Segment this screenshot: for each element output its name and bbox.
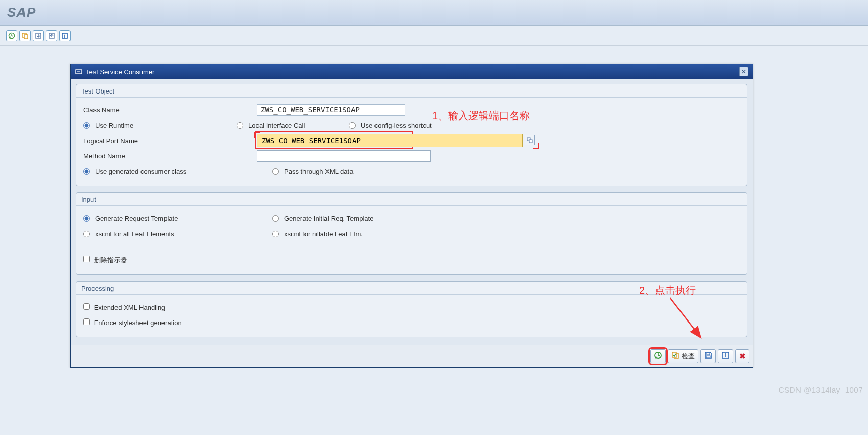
svg-rect-9 (529, 140, 532, 143)
logical-port-input[interactable] (257, 134, 523, 147)
copy-icon[interactable] (19, 30, 31, 41)
execute-icon (654, 351, 662, 361)
chk-delete-indicator[interactable]: 删除指示器 (83, 256, 127, 265)
radio-gen-init[interactable]: Generate Initial Req. Template (272, 215, 446, 222)
radio-use-runtime-input[interactable] (83, 122, 90, 129)
svg-text:i: i (724, 352, 726, 358)
window-icon (75, 67, 83, 76)
sap-logo: SAP (7, 5, 36, 20)
radio-gen-init-label: Generate Initial Req. Template (284, 215, 373, 222)
info-button[interactable]: i (718, 349, 733, 363)
chk-enforce-xslt[interactable]: Enforce stylesheet generation (83, 318, 182, 327)
check-button-label: 检查 (682, 352, 695, 361)
method-name-label: Method Name (83, 152, 257, 160)
radio-configless-label: Use config-less shortcut (361, 122, 432, 129)
radio-nil-all-input[interactable] (83, 231, 90, 237)
class-name-label: Class Name (83, 106, 257, 114)
logical-port-label: Logical Port Name (83, 137, 257, 145)
check-icon (671, 351, 679, 361)
chk-enforce-xslt-label: Enforce stylesheet generation (94, 319, 182, 327)
close-icon: ✖ (739, 352, 746, 361)
chk-ext-xml-label: Extended XML Handling (94, 304, 166, 311)
info-icon[interactable]: i (59, 30, 71, 41)
group-title: Test Object (76, 84, 747, 98)
svg-rect-15 (706, 356, 710, 358)
app-titlebar: SAP (0, 0, 868, 26)
radio-nil-nillable[interactable]: xsi:nil for nillable Leaf Elm. (272, 230, 446, 238)
radio-configless-input[interactable] (349, 122, 356, 129)
radio-nil-nillable-input[interactable] (272, 231, 279, 237)
radio-local-call-input[interactable] (237, 122, 243, 129)
method-name-input[interactable] (257, 150, 431, 162)
chk-delete-indicator-input[interactable] (83, 256, 90, 262)
info-icon: i (721, 351, 730, 361)
radio-local-call[interactable]: Local Interface Call (237, 122, 318, 129)
chk-delete-indicator-label: 删除指示器 (94, 256, 127, 264)
svg-rect-2 (24, 35, 28, 39)
radio-nil-nillable-label: xsi:nil for nillable Leaf Elm. (284, 230, 363, 238)
group-test-object: Test Object Class Name ZWS_CO_WEB_SERVIC… (76, 84, 747, 186)
dialog-titlebar[interactable]: Test Service Consumer ✕ (71, 64, 753, 79)
svg-rect-14 (707, 353, 710, 355)
radio-passthrough-label: Pass through XML data (284, 168, 353, 175)
radio-passthrough-input[interactable] (272, 168, 279, 175)
f4-help-button[interactable] (525, 135, 535, 145)
save-button[interactable] (700, 349, 716, 363)
execute-icon[interactable] (6, 30, 17, 41)
test-service-consumer-dialog: Test Service Consumer ✕ Test Object Clas… (70, 64, 753, 368)
dialog-body: Test Object Class Name ZWS_CO_WEB_SERVIC… (71, 79, 753, 345)
group-processing: Processing Extended XML Handling Enforce… (76, 281, 747, 337)
dialog-footer: 检查 i ✖ (71, 345, 753, 367)
dialog-title: Test Service Consumer (86, 68, 154, 76)
execute-button[interactable] (650, 349, 666, 363)
radio-gen-req-input[interactable] (83, 215, 90, 222)
radio-use-runtime-label: Use Runtime (95, 122, 133, 129)
export-icon[interactable] (46, 30, 57, 41)
import-icon[interactable] (33, 30, 44, 41)
radio-gen-req-label: Generate Request Template (95, 215, 178, 222)
svg-text:i: i (64, 33, 66, 39)
chk-ext-xml[interactable]: Extended XML Handling (83, 303, 165, 311)
radio-passthrough[interactable]: Pass through XML data (272, 168, 446, 175)
radio-gen-init-input[interactable] (272, 215, 279, 222)
main-toolbar: i (0, 26, 868, 46)
radio-gen-consumer-input[interactable] (83, 168, 90, 175)
radio-use-runtime[interactable]: Use Runtime (83, 122, 257, 129)
chk-enforce-xslt-input[interactable] (83, 318, 90, 325)
radio-nil-all[interactable]: xsi:nil for all Leaf Elements (83, 230, 257, 238)
radio-nil-all-label: xsi:nil for all Leaf Elements (95, 230, 174, 238)
chk-ext-xml-input[interactable] (83, 303, 90, 310)
radio-gen-consumer[interactable]: Use generated consumer class (83, 168, 257, 175)
radio-gen-consumer-label: Use generated consumer class (95, 168, 186, 175)
check-button[interactable]: 检查 (668, 349, 698, 363)
class-name-field: ZWS_CO_WEB_SERVICE1SOAP (257, 104, 405, 116)
annotation-text-2: 2、点击执行 (639, 284, 696, 297)
group-title: Input (76, 193, 747, 206)
radio-gen-req[interactable]: Generate Request Template (83, 215, 257, 222)
dialog-close-button[interactable]: ✕ (739, 67, 748, 76)
annotation-text-1: 1、输入逻辑端口名称 (432, 109, 530, 123)
group-input: Input Generate Request Template Generate… (76, 192, 747, 275)
save-icon (704, 351, 712, 361)
close-button[interactable]: ✖ (735, 349, 749, 363)
radio-local-call-label: Local Interface Call (248, 122, 305, 129)
